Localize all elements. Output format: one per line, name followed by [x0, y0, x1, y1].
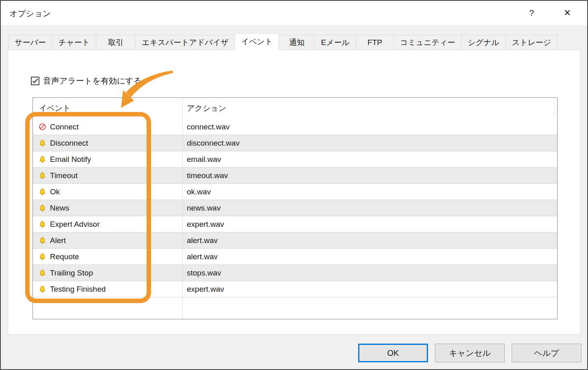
action-label: expert.wav: [182, 216, 557, 232]
tab-シグナル[interactable]: シグナル: [461, 35, 506, 50]
table-row[interactable]: Requotealert.wav: [33, 249, 557, 265]
tab-サーバー[interactable]: サーバー: [8, 35, 52, 50]
event-cell: Alert: [33, 232, 182, 248]
action-label: disconnect.wav: [182, 135, 557, 151]
action-label: news.wav: [182, 200, 557, 216]
table-row[interactable]: Okok.wav: [33, 184, 557, 200]
dialog-title: オプション: [9, 8, 51, 19]
action-label: alert.wav: [182, 232, 557, 248]
event-cell: Requote: [33, 249, 182, 265]
bell-icon: [38, 285, 46, 293]
bell-icon: [38, 237, 46, 245]
event-cell: Expert Advisor: [33, 216, 182, 232]
tab-取引[interactable]: 取引: [96, 35, 136, 50]
events-table: イベント アクション Connectconnect.wavDisconnectd…: [32, 97, 558, 319]
table-row[interactable]: Connectconnect.wav: [33, 119, 557, 135]
table-row[interactable]: Email Notifyemail.wav: [33, 151, 557, 168]
event-cell: Trailing Stop: [33, 265, 182, 281]
help-button[interactable]: ヘルプ: [512, 344, 582, 362]
action-label: expert.wav: [182, 281, 557, 297]
bell-icon: [38, 139, 46, 147]
table-row[interactable]: Timeouttimeout.wav: [33, 168, 557, 184]
event-label: News: [50, 204, 69, 213]
ok-button[interactable]: OK: [358, 344, 428, 362]
event-label: Alert: [50, 236, 66, 245]
tab-FTP[interactable]: FTP: [356, 35, 394, 50]
bell-icon: [38, 204, 46, 212]
table-row[interactable]: Disconnectdisconnect.wav: [33, 135, 557, 151]
prohibition-icon: [38, 123, 46, 131]
action-label: timeout.wav: [182, 168, 557, 183]
event-label: Timeout: [50, 171, 78, 180]
bell-icon: [38, 188, 46, 196]
event-cell: Timeout: [33, 168, 182, 183]
tab-エキスパートアドバイザ[interactable]: エキスパートアドバイザ: [135, 35, 235, 50]
table-row[interactable]: Newsnews.wav: [33, 200, 557, 216]
bell-icon: [38, 253, 46, 261]
event-cell: Connect: [33, 119, 182, 135]
table-row[interactable]: Alertalert.wav: [33, 232, 557, 249]
column-header-event[interactable]: イベント: [33, 98, 182, 119]
tab-コミュニティー[interactable]: コミュニティー: [393, 35, 462, 50]
column-header-action[interactable]: アクション: [182, 98, 557, 119]
event-cell: Disconnect: [33, 135, 182, 151]
event-cell: Testing Finished: [33, 281, 182, 297]
event-cell: Ok: [33, 184, 182, 200]
event-label: Requote: [50, 252, 79, 261]
action-label: connect.wav: [182, 119, 557, 135]
table-row[interactable]: Trailing Stopstops.wav: [33, 265, 557, 281]
sound-alert-checkbox[interactable]: [31, 77, 39, 85]
tab-ストレージ[interactable]: ストレージ: [506, 35, 558, 50]
tab-イベント[interactable]: イベント: [235, 33, 279, 50]
sound-alert-checkbox-row: 音声アラートを有効にする: [31, 75, 142, 86]
sound-alert-checkbox-label: 音声アラートを有効にする: [43, 75, 142, 86]
table-row[interactable]: Testing Finishedexpert.wav: [33, 281, 557, 297]
event-label: Disconnect: [50, 139, 88, 148]
cancel-button[interactable]: キャンセル: [435, 344, 505, 362]
tab-チャート[interactable]: チャート: [52, 35, 96, 50]
action-label: alert.wav: [182, 249, 557, 265]
event-label: Email Notify: [50, 155, 91, 164]
event-cell: Email Notify: [33, 151, 182, 167]
bell-icon: [38, 172, 46, 180]
help-icon[interactable]: ?: [522, 5, 541, 21]
tab-strip: サーバーチャート取引エキスパートアドバイザイベント通知EメールFTPコミュニティ…: [8, 33, 558, 50]
bell-icon: [38, 220, 46, 228]
event-label: Testing Finished: [50, 285, 106, 294]
table-header: イベント アクション: [33, 98, 557, 119]
event-label: Connect: [50, 123, 79, 131]
event-label: Ok: [50, 187, 60, 196]
bell-icon: [38, 155, 46, 163]
action-label: stops.wav: [182, 265, 557, 281]
action-label: ok.wav: [182, 184, 557, 200]
bell-icon: [38, 269, 46, 277]
tab-通知[interactable]: 通知: [279, 35, 315, 50]
header-right-divider: [554, 100, 555, 116]
table-rows: Connectconnect.wavDisconnectdisconnect.w…: [33, 119, 557, 297]
options-dialog: オプション ? ✕ サーバーチャート取引エキスパートアドバイザイベント通知Eメー…: [0, 0, 588, 370]
column-divider: [182, 98, 183, 319]
event-cell: News: [33, 200, 182, 216]
event-label: Trailing Stop: [50, 269, 93, 278]
table-row[interactable]: Expert Advisorexpert.wav: [33, 216, 557, 232]
checkmark-icon: [32, 78, 38, 84]
event-label: Expert Advisor: [50, 220, 100, 229]
tab-Eメール[interactable]: Eメール: [314, 35, 356, 50]
action-label: email.wav: [182, 151, 557, 167]
close-icon[interactable]: ✕: [558, 5, 577, 21]
title-bar: オプション ? ✕: [1, 1, 587, 25]
